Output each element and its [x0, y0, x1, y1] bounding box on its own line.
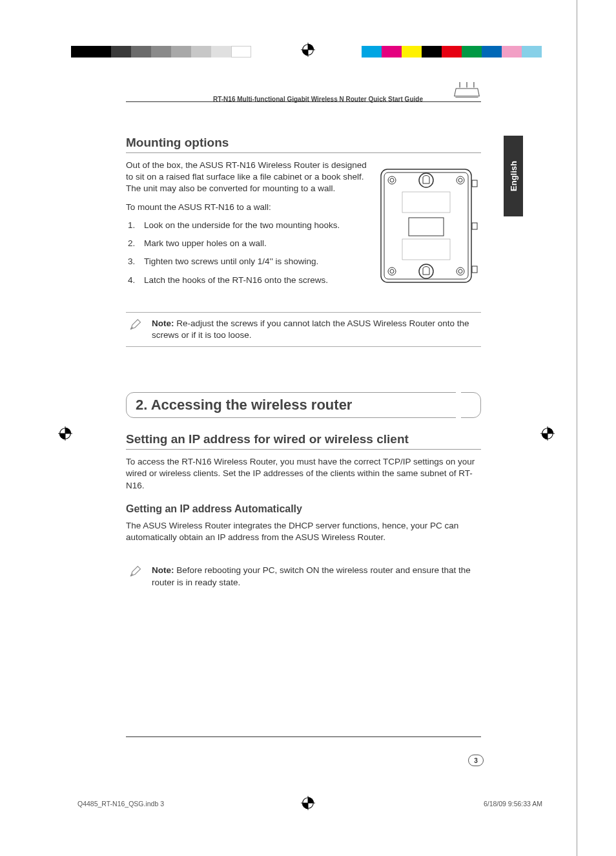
note-pen-icon [129, 318, 142, 331]
svg-point-10 [388, 176, 396, 184]
svg-rect-20 [402, 192, 450, 213]
step-3: Tighten two screws until only 1/4'' is s… [138, 256, 368, 267]
footer-timestamp: 6/18/09 9:56:33 AM [484, 800, 542, 808]
language-label: English [509, 161, 518, 191]
registration-mark-icon [58, 426, 72, 441]
ip-section-body: To access the RT-N16 Wireless Router, yo… [126, 456, 481, 492]
page-number: 3 [468, 755, 484, 766]
mounting-title: Mounting options [126, 136, 481, 153]
svg-point-13 [458, 178, 462, 182]
svg-point-15 [390, 269, 394, 273]
svg-rect-9 [384, 172, 468, 279]
color-bars [362, 46, 542, 57]
note-text: Re-adjust the screws if you cannot latch… [152, 318, 469, 340]
ip-section-title: Setting an IP address for wired or wirel… [126, 432, 481, 450]
print-footer: Q4485_RT-N16_QSG.indb 3 6/18/09 9:56:33 … [77, 800, 542, 808]
step-2: Mark two upper holes on a wall. [138, 238, 368, 249]
note-label: Note: [152, 318, 174, 328]
grayscale-bars [71, 46, 251, 57]
auto-ip-note: Note: Before rebooting your PC, switch O… [126, 559, 481, 593]
svg-rect-8 [381, 169, 471, 282]
router-underside-diagram [378, 166, 481, 286]
chapter-title: 2. Accessing the wireless router [136, 397, 471, 413]
router-icon [453, 81, 480, 100]
chapter-heading: 2. Accessing the wireless router [126, 392, 481, 418]
language-tab: English [504, 136, 523, 216]
note-label: Note: [152, 565, 174, 575]
svg-rect-25 [472, 266, 477, 273]
step-4: Latch the hooks of the RT-N16 onto the s… [138, 275, 368, 286]
registration-mark-icon [301, 43, 315, 57]
note-text: Before rebooting your PC, switch ON the … [152, 565, 471, 587]
footer-filename: Q4485_RT-N16_QSG.indb 3 [77, 800, 164, 808]
header-rule [126, 101, 481, 102]
note-pen-icon [129, 565, 142, 578]
svg-rect-24 [472, 223, 477, 229]
mounting-intro: Out of the box, the ASUS RT-N16 Wireless… [126, 160, 368, 195]
svg-point-12 [457, 176, 464, 184]
svg-rect-23 [472, 180, 477, 187]
auto-ip-body: The ASUS Wireless Router integrates the … [126, 520, 481, 543]
step-1: Look on the underside for the two mounti… [138, 220, 368, 231]
page-content: Mounting options Out of the box, the ASU… [126, 136, 481, 594]
svg-point-16 [457, 267, 464, 275]
svg-point-17 [458, 269, 462, 273]
svg-point-14 [388, 267, 396, 275]
scan-edge-line [577, 0, 577, 856]
auto-ip-title: Getting an IP address Automatically [126, 503, 481, 515]
mounting-note: Note: Re-adjust the screws if you cannot… [126, 312, 481, 347]
svg-point-11 [390, 178, 394, 182]
registration-mark-icon [540, 426, 555, 441]
mounting-prompt: To mount the ASUS RT-N16 to a wall: [126, 202, 368, 213]
svg-rect-22 [409, 218, 444, 236]
svg-rect-21 [402, 239, 450, 260]
mounting-steps: Look on the underside for the two mounti… [126, 220, 368, 286]
footer-rule [126, 736, 481, 737]
